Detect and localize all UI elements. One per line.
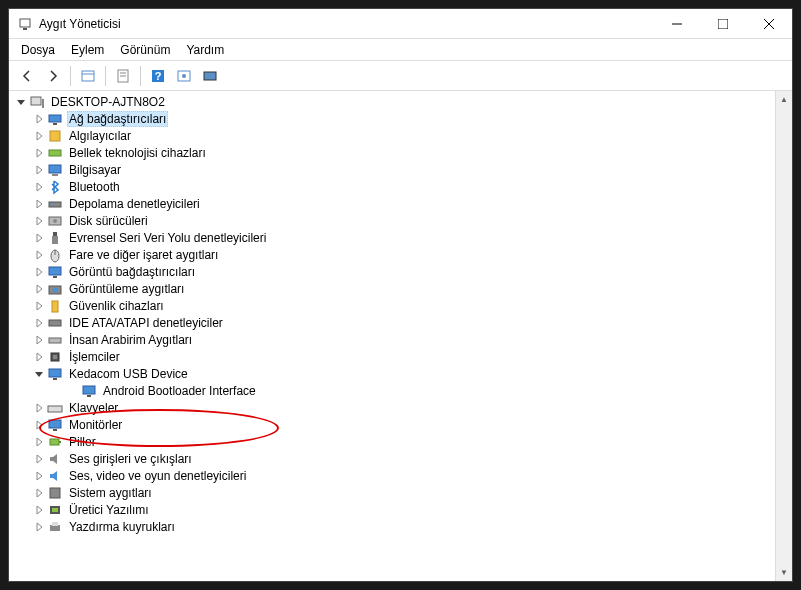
sound-icon	[47, 468, 63, 484]
collapse-icon[interactable]	[13, 94, 29, 110]
expand-icon[interactable]	[65, 383, 81, 399]
tree-item[interactable]: Bilgisayar	[9, 161, 775, 178]
expand-icon[interactable]	[31, 417, 47, 433]
tree-item-label: Monitörler	[67, 418, 124, 432]
expand-icon[interactable]	[31, 332, 47, 348]
scroll-track[interactable]	[776, 108, 792, 564]
expand-icon[interactable]	[31, 281, 47, 297]
expand-icon[interactable]	[31, 213, 47, 229]
tree-item[interactable]: Evrensel Seri Veri Yolu denetleyicileri	[9, 229, 775, 246]
expand-icon[interactable]	[31, 128, 47, 144]
expand-icon[interactable]	[31, 264, 47, 280]
tree-item[interactable]: Bellek teknolojisi cihazları	[9, 144, 775, 161]
tree-item-label: IDE ATA/ATAPI denetleyiciler	[67, 316, 225, 330]
menu-help[interactable]: Yardım	[178, 41, 232, 59]
tree-item[interactable]: Sistem aygıtları	[9, 484, 775, 501]
tree-item[interactable]: İnsan Arabirim Aygıtları	[9, 331, 775, 348]
tree-item[interactable]: Görüntü bağdaştırıcıları	[9, 263, 775, 280]
tree-item[interactable]: DESKTOP-AJTN8O2	[9, 93, 775, 110]
mouse-icon	[47, 247, 63, 263]
tree-item[interactable]: Yazdırma kuyrukları	[9, 518, 775, 535]
expand-icon[interactable]	[31, 485, 47, 501]
tree-item[interactable]: Güvenlik cihazları	[9, 297, 775, 314]
expand-icon[interactable]	[31, 502, 47, 518]
scroll-down-button[interactable]: ▼	[776, 564, 792, 581]
tree-item[interactable]: Piller	[9, 433, 775, 450]
tree-item[interactable]: Monitörler	[9, 416, 775, 433]
tree-item-label: Fare ve diğer işaret aygıtları	[67, 248, 220, 262]
tree-item[interactable]: Algılayıcılar	[9, 127, 775, 144]
tree-item[interactable]: Ses, video ve oyun denetleyicileri	[9, 467, 775, 484]
scroll-up-button[interactable]: ▲	[776, 91, 792, 108]
tree-item-label: DESKTOP-AJTN8O2	[49, 95, 167, 109]
expand-icon[interactable]	[31, 400, 47, 416]
hid-icon	[47, 332, 63, 348]
tree-item-label: Ağ bağdaştırıcıları	[67, 111, 168, 127]
expand-icon[interactable]	[31, 162, 47, 178]
svg-point-14	[182, 74, 186, 78]
menu-action[interactable]: Eylem	[63, 41, 112, 59]
svg-rect-22	[49, 165, 61, 173]
svg-rect-45	[48, 406, 62, 412]
svg-rect-40	[53, 355, 57, 359]
tree-item-label: Bilgisayar	[67, 163, 123, 177]
properties-button[interactable]	[111, 64, 135, 88]
svg-rect-54	[52, 522, 58, 526]
device-tree[interactable]: DESKTOP-AJTN8O2Ağ bağdaştırıcılarıAlgıla…	[9, 91, 775, 581]
toolbar-separator	[70, 66, 71, 86]
tree-item[interactable]: Üretici Yazılımı	[9, 501, 775, 518]
expand-icon[interactable]	[31, 519, 47, 535]
maximize-button[interactable]	[700, 9, 746, 38]
print-icon	[47, 519, 63, 535]
expand-icon[interactable]	[31, 196, 47, 212]
tree-item[interactable]: Kedacom USB Device	[9, 365, 775, 382]
tree-item-label: Bellek teknolojisi cihazları	[67, 146, 208, 160]
tree-item[interactable]: Android Bootloader Interface	[9, 382, 775, 399]
tree-item[interactable]: Ses girişleri ve çıkışları	[9, 450, 775, 467]
expand-icon[interactable]	[31, 145, 47, 161]
tree-item-label: Disk sürücüleri	[67, 214, 150, 228]
tree-item-label: Ses girişleri ve çıkışları	[67, 452, 194, 466]
view-button[interactable]	[198, 64, 222, 88]
menu-file[interactable]: Dosya	[13, 41, 63, 59]
tree-item[interactable]: İşlemciler	[9, 348, 775, 365]
close-button[interactable]	[746, 9, 792, 38]
tree-item[interactable]: Görüntüleme aygıtları	[9, 280, 775, 297]
toolbar: ?	[9, 61, 792, 91]
help-button[interactable]: ?	[146, 64, 170, 88]
svg-rect-46	[49, 420, 61, 428]
expand-icon[interactable]	[31, 298, 47, 314]
tree-item[interactable]: Bluetooth	[9, 178, 775, 195]
svg-rect-23	[52, 174, 58, 176]
show-hide-button[interactable]	[76, 64, 100, 88]
usb-icon	[47, 230, 63, 246]
ide-icon	[47, 315, 63, 331]
tree-item[interactable]: IDE ATA/ATAPI denetleyiciler	[9, 314, 775, 331]
back-button[interactable]	[15, 64, 39, 88]
tree-item[interactable]: Depolama denetleyicileri	[9, 195, 775, 212]
expand-icon[interactable]	[31, 468, 47, 484]
svg-rect-24	[49, 202, 61, 207]
expand-icon[interactable]	[31, 111, 47, 127]
tree-item[interactable]: Klavyeler	[9, 399, 775, 416]
expand-icon[interactable]	[31, 451, 47, 467]
collapse-icon[interactable]	[31, 366, 47, 382]
tree-item-label: Görüntüleme aygıtları	[67, 282, 186, 296]
expand-icon[interactable]	[31, 349, 47, 365]
expand-icon[interactable]	[31, 230, 47, 246]
titlebar[interactable]: Aygıt Yöneticisi	[9, 9, 792, 39]
expand-icon[interactable]	[31, 247, 47, 263]
svg-point-25	[51, 203, 53, 205]
menu-view[interactable]: Görünüm	[112, 41, 178, 59]
scan-button[interactable]	[172, 64, 196, 88]
expand-icon[interactable]	[31, 434, 47, 450]
minimize-button[interactable]	[654, 9, 700, 38]
vertical-scrollbar[interactable]: ▲ ▼	[775, 91, 792, 581]
svg-rect-16	[31, 97, 41, 105]
expand-icon[interactable]	[31, 179, 47, 195]
expand-icon[interactable]	[31, 315, 47, 331]
tree-item[interactable]: Ağ bağdaştırıcıları	[9, 110, 775, 127]
forward-button[interactable]	[41, 64, 65, 88]
tree-item[interactable]: Fare ve diğer işaret aygıtları	[9, 246, 775, 263]
tree-item[interactable]: Disk sürücüleri	[9, 212, 775, 229]
